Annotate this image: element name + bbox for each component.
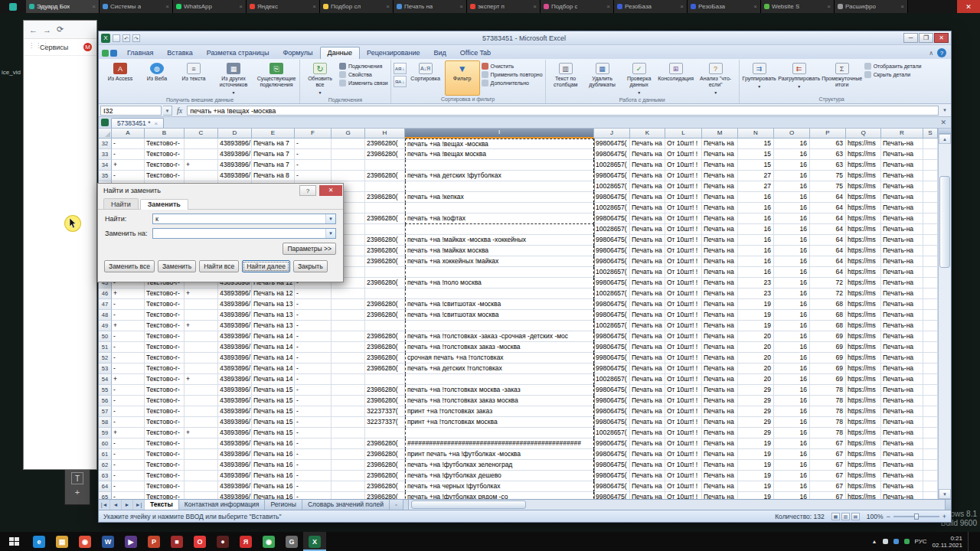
cell-K33[interactable]: Печать на — [630, 149, 665, 160]
cell-J52[interactable]: 99806475( — [594, 353, 630, 364]
cell-H53[interactable]: 23986280( — [365, 364, 405, 374]
cell-A62[interactable]: - — [112, 460, 145, 471]
cell-H48[interactable]: 23986280( — [365, 310, 405, 321]
cell-P46[interactable]: 72 — [810, 289, 846, 299]
cell-K47[interactable]: Печать на — [630, 299, 665, 310]
cell-M55[interactable]: Печать на — [702, 385, 738, 396]
cell-I40[interactable] — [405, 224, 594, 235]
cell-P39[interactable]: 64 — [810, 214, 846, 224]
cell-F55[interactable]: - — [295, 385, 332, 396]
cell-M51[interactable]: Печать на — [702, 342, 738, 353]
row-header-59[interactable]: 59 — [99, 428, 112, 439]
cell-A61[interactable]: - — [112, 449, 145, 460]
cell-D61[interactable]: 43893896/ — [218, 449, 252, 460]
cell-A55[interactable]: - — [112, 385, 145, 396]
zoom-out-icon[interactable]: − — [886, 513, 890, 520]
cell-R48[interactable]: Печать-на — [881, 310, 923, 321]
cell-R43[interactable]: Печать-на — [881, 256, 923, 267]
cell-G54[interactable] — [332, 374, 365, 385]
cell-F32[interactable]: - — [295, 139, 332, 149]
row-header-63[interactable]: 63 — [99, 471, 112, 481]
what-if-button[interactable]: ?Анализ "что-если"▼ — [695, 60, 737, 96]
tab-close-icon[interactable]: × — [459, 3, 463, 10]
cell-D50[interactable]: 43893896/ — [218, 331, 252, 342]
cell-R56[interactable]: Печать-на — [881, 396, 923, 406]
hide-detail-button[interactable]: Скрыть детали — [864, 71, 922, 78]
cell-B51[interactable]: Текстово-г- — [145, 342, 185, 353]
cell-E33[interactable]: Печать на 7 — [252, 149, 295, 160]
cell-M39[interactable]: Печать на — [702, 214, 738, 224]
cell-L51[interactable]: От 10шт! ! — [665, 342, 702, 353]
cell-B58[interactable]: Текстово-г- — [145, 417, 185, 428]
cell-R45[interactable]: Печать-на — [881, 278, 923, 289]
cell-M42[interactable]: Печать на — [702, 246, 738, 256]
cell-F59[interactable]: - — [295, 428, 332, 439]
row-header-61[interactable]: 61 — [99, 449, 112, 460]
find-input[interactable]: к ▼ — [152, 214, 336, 224]
apps-grid-icon[interactable]: ⋮⋮⋮ — [28, 44, 36, 51]
cell-S39[interactable] — [923, 214, 938, 224]
cell-J46[interactable]: 10028657( — [594, 289, 630, 299]
cell-A47[interactable]: - — [112, 299, 145, 310]
cell-C54[interactable]: + — [185, 374, 218, 385]
cell-C33[interactable] — [185, 149, 218, 160]
cell-H37[interactable]: 23986280( — [365, 192, 405, 203]
cell-R38[interactable]: Печать-на — [881, 203, 923, 214]
cell-B61[interactable]: Текстово-г- — [145, 449, 185, 460]
cell-O48[interactable]: 16 — [774, 310, 810, 321]
cell-S46[interactable] — [923, 289, 938, 299]
cell-L41[interactable]: От 10шт! ! — [665, 235, 702, 246]
cell-P42[interactable]: 64 — [810, 246, 846, 256]
cell-K54[interactable]: Печать на — [630, 374, 665, 385]
cell-B34[interactable]: Текстово-г- — [145, 160, 185, 171]
cell-D49[interactable]: 43893896/ — [218, 321, 252, 331]
sheet-tab-Регионы[interactable]: Регионы — [265, 500, 302, 510]
cell-J32[interactable]: 99806475( — [594, 139, 630, 149]
cell-S37[interactable] — [923, 192, 938, 203]
cell-R50[interactable]: Печать-на — [881, 331, 923, 342]
zoom-slider[interactable] — [893, 516, 939, 517]
cell-H52[interactable]: 23986280( — [365, 353, 405, 364]
cell-S36[interactable] — [923, 181, 938, 192]
cell-K60[interactable]: Печать на — [630, 439, 665, 449]
cell-Q60[interactable]: https://ms — [846, 439, 881, 449]
cell-O36[interactable]: 16 — [774, 181, 810, 192]
cell-O39[interactable]: 16 — [774, 214, 810, 224]
cell-B64[interactable]: Текстово-г- — [145, 481, 185, 492]
cell-K61[interactable]: Печать на — [630, 449, 665, 460]
cell-I63[interactable]: печать +на !футболках дешево — [405, 471, 594, 481]
cell-F48[interactable]: - — [295, 310, 332, 321]
dialog-help-button[interactable]: ? — [299, 185, 316, 196]
cell-R59[interactable]: Печать-на — [881, 428, 923, 439]
cell-Q54[interactable]: https://ms — [846, 374, 881, 385]
cell-N62[interactable]: 19 — [738, 460, 774, 471]
browser-tab-7[interactable]: Подбор с× — [541, 0, 614, 13]
cell-Q33[interactable]: https://ms — [846, 149, 881, 160]
cell-L57[interactable]: От 10шт! ! — [665, 406, 702, 417]
cell-J57[interactable]: 99806475( — [594, 406, 630, 417]
cell-S40[interactable] — [923, 224, 938, 235]
cell-P61[interactable]: 67 — [810, 449, 846, 460]
cell-C53[interactable] — [185, 364, 218, 374]
cell-A57[interactable]: - — [112, 406, 145, 417]
cell-K42[interactable]: Печать на — [630, 246, 665, 256]
row-header-60[interactable]: 60 — [99, 439, 112, 449]
cell-N46[interactable]: 23 — [738, 289, 774, 299]
cell-K43[interactable]: Печать на — [630, 256, 665, 267]
cell-S53[interactable] — [923, 364, 938, 374]
cell-I46[interactable] — [405, 289, 594, 299]
minimize-button[interactable]: ─ — [903, 33, 918, 43]
cell-M58[interactable]: Печать на — [702, 417, 738, 428]
cell-S55[interactable] — [923, 385, 938, 396]
cell-N32[interactable]: 15 — [738, 139, 774, 149]
cell-S34[interactable] — [923, 160, 938, 171]
existing-connections-button[interactable]: ⎘Существующие подключения — [256, 60, 297, 96]
cell-M37[interactable]: Печать на — [702, 192, 738, 203]
cell-H41[interactable]: 23986280( — [365, 235, 405, 246]
cell-R47[interactable]: Печать-на — [881, 299, 923, 310]
cell-D57[interactable]: 43893896/ — [218, 406, 252, 417]
cell-J45[interactable]: 99806475( — [594, 278, 630, 289]
cell-Q63[interactable]: https://ms — [846, 471, 881, 481]
cell-K49[interactable]: Печать на — [630, 321, 665, 331]
cell-G59[interactable] — [332, 428, 365, 439]
